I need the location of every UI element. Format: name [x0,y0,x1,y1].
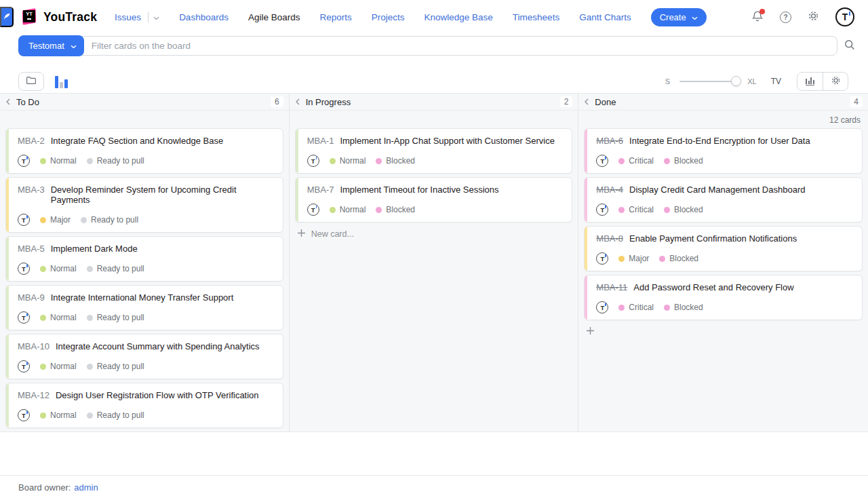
board-body: MBA-2 Integrate FAQ Section and Knowledg… [0,111,868,432]
issue-card[interactable]: MBA-2 Integrate FAQ Section and Knowledg… [5,128,283,174]
issue-card[interactable]: MBA-3 Develop Reminder System for Upcomi… [5,177,283,233]
state-label: Blocked [674,156,703,166]
card-title: Design User Registration Flow with OTP V… [56,390,259,400]
slider-handle[interactable] [731,76,741,86]
toolbar-right: S XL TV [665,72,848,91]
nav-item[interactable]: Knowledge Base [425,12,493,22]
issue-card[interactable]: MBA-10 Integrate Account Summary with Sp… [5,334,283,379]
issue-card[interactable]: MBA-4 Display Credit Card Management Das… [584,177,863,223]
assignee-avatar[interactable]: T [596,155,608,167]
board-chart-button[interactable] [797,73,823,90]
card-priority-stripe [6,237,9,281]
chevron-down-icon [692,12,698,22]
card-size-slider[interactable] [679,81,739,82]
assignee-avatar[interactable]: T [18,311,30,324]
state-badge: Blocked [664,156,703,166]
gear-icon [808,10,819,24]
state-dot [87,413,93,419]
priority-dot [618,207,625,213]
nav-item[interactable]: Agile Boards [248,12,300,22]
assignee-avatar[interactable]: T [18,263,30,275]
board-column: MBA-2 Integrate FAQ Section and Knowledg… [0,111,290,432]
nav-item-dropdown[interactable] [141,12,159,22]
card-avatar-letter: T [311,206,315,214]
issue-card[interactable]: MBA-5 Implement Dark Mode T Normal Ready… [5,236,283,282]
avatar-accent-mark [26,362,28,365]
assignee-avatar[interactable]: T [307,204,319,216]
priority-dot [40,266,46,272]
nav-item[interactable]: Gantt Charts [579,12,631,22]
add-card-button[interactable]: New card... [297,229,573,240]
card-title: Add Password Reset and Recovery Flow [633,282,793,292]
avatar-accent-mark [26,411,28,414]
issue-card[interactable]: MBA-9 Integrate International Money Tran… [5,285,283,330]
column-meta: 12 cards [584,111,863,128]
card-priority-stripe [6,178,9,232]
brand-wordmark: YouTrack [43,10,97,24]
user-avatar[interactable]: T [835,7,854,26]
issue-card[interactable]: MBA-12 Design User Registration Flow wit… [5,383,283,428]
column-title: Done [595,97,616,107]
tv-mode-button[interactable]: TV [771,77,781,86]
assignee-avatar[interactable]: T [596,204,608,216]
board-folder-button[interactable] [18,72,44,91]
card-priority-stripe [296,178,298,222]
create-button[interactable]: Create [651,8,707,26]
board-header: To Do 6 In Progress 2 Done 4 [0,94,868,111]
nav-item[interactable]: Dashboards [179,12,229,22]
state-label: Ready to pull [97,362,144,371]
issue-card[interactable]: MBA-7 Implement Timeout for Inactive Ses… [295,177,573,223]
issue-card[interactable]: MBA-11 Add Password Reset and Recovery F… [584,275,863,320]
notifications-button[interactable] [751,10,764,24]
assignee-avatar[interactable]: T [307,155,319,167]
nav-item-label: Gantt Charts [579,12,631,22]
chart-view-toggle[interactable] [55,75,68,88]
priority-label: Normal [50,362,77,371]
assignee-avatar[interactable]: T [18,409,30,421]
sidebar-toggle-button[interactable] [0,7,14,27]
assignee-avatar[interactable]: T [596,252,608,265]
filter-input[interactable] [83,41,837,51]
issue-card[interactable]: MBA-8 Enable Payment Confirmation Notifi… [584,226,863,271]
agile-board: To Do 6 In Progress 2 Done 4 MBA-2 Integ… [0,93,868,432]
search-button[interactable] [844,39,855,52]
column-collapse-button[interactable] [584,97,589,107]
help-button[interactable]: ? [780,12,791,23]
board-owner-link[interactable]: admin [74,482,98,493]
column-collapse-button[interactable] [5,97,11,107]
state-label: Ready to pull [97,313,144,322]
column-collapse-button[interactable] [295,97,300,107]
priority-label: Critical [629,156,654,166]
state-dot [87,266,93,272]
priority-dot [618,256,625,262]
card-title: Develop Reminder System for Upcoming Cre… [51,185,275,205]
nav-item[interactable]: Projects [372,12,405,22]
issue-card[interactable]: MBA-1 Implement In-App Chat Support with… [295,128,573,174]
assignee-avatar[interactable]: T [18,155,30,167]
settings-button[interactable] [808,10,819,24]
youtrack-logo[interactable]: YT [22,8,38,26]
nav-item[interactable]: Timesheets [513,12,559,22]
assignee-avatar[interactable]: T [596,301,608,313]
add-card-button[interactable] [586,326,863,337]
gear-icon [831,75,841,88]
card-priority-stripe [585,275,587,320]
column-header: Done 4 [578,94,868,110]
priority-badge: Major [618,254,649,263]
histogram-icon [806,77,814,85]
priority-label: Critical [629,303,654,312]
card-id: MBA-5 [18,244,45,254]
assignee-avatar[interactable]: T [18,360,30,372]
issue-card[interactable]: MBA-6 Integrate End-to-End Encryption fo… [584,128,863,174]
card-avatar-letter: T [22,412,26,419]
card-id: MBA-2 [18,136,45,146]
board-settings-button[interactable] [823,73,848,90]
assignee-avatar[interactable]: T [18,214,30,226]
card-id: MBA-11 [596,282,627,292]
plus-icon [297,229,306,240]
card-size-max-label: XL [747,77,756,85]
priority-label: Normal [50,156,77,166]
project-selector-button[interactable]: Testomat [18,35,84,56]
nav-item[interactable]: Reports [319,12,351,22]
nav-item[interactable]: Issues [115,12,159,22]
